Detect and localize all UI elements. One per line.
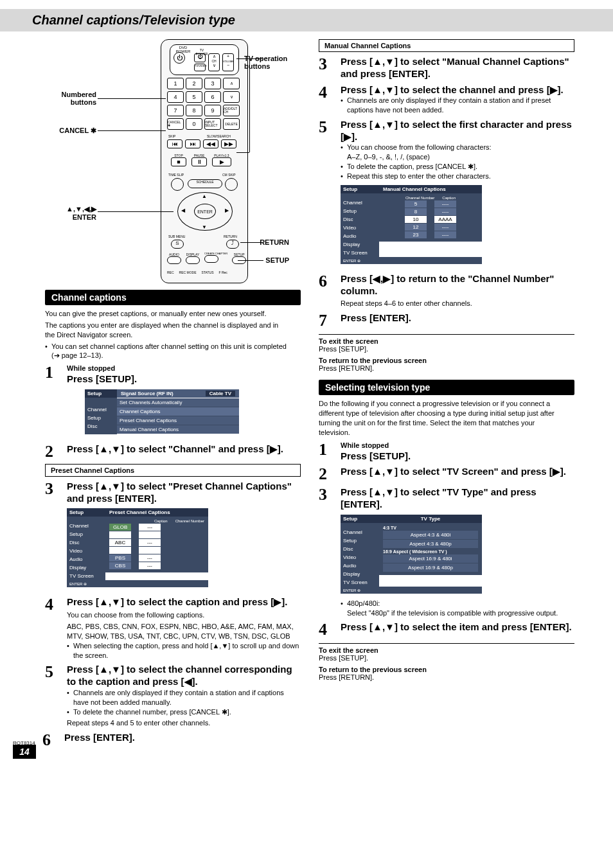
step-number: 3 (319, 486, 334, 617)
step-number: 6 (42, 732, 58, 748)
section-tv-type: Selecting television type (319, 380, 574, 395)
remote-illustration: DVD POWER ⏻ TV POWER ⏻ ∧CH∨ +VOLUME− TV/… (45, 39, 289, 283)
page-number: 14 (13, 745, 36, 759)
osd-preset-captions: Setup Channel Setup Disc Video Audio Dis… (67, 508, 208, 587)
step-number: 1 (319, 441, 334, 463)
step-number: 7 (319, 312, 334, 329)
callout-enter: ▲,▼,◀,▶ ENTER (45, 205, 96, 221)
step-number: 2 (45, 443, 60, 460)
intro-text-2: The captions you enter are displayed whe… (45, 321, 289, 340)
step-number: 3 (45, 481, 60, 593)
page-title: Channel captions/Television type (32, 13, 595, 28)
intro-bullet: •You can set channel captions after chan… (45, 342, 289, 361)
step-number: 4 (319, 621, 334, 638)
step-number: 5 (319, 119, 334, 269)
callout-numbered: Numbered buttons (45, 91, 96, 106)
callout-setup: SETUP (265, 256, 289, 264)
osd-setup-menu: Setup Channel Setup Disc Signal Source (… (85, 389, 239, 434)
box-manual-captions: Manual Channel Captions (319, 39, 574, 52)
box-preset-captions: Preset Channel Captions (45, 464, 301, 477)
callout-tv-op: TV operation buttons (244, 55, 289, 70)
step-number: 1 (45, 364, 60, 439)
callout-cancel: CANCEL ✱ (45, 127, 96, 135)
osd-tv-type: Setup Channel Setup Disc Video Audio Dis… (341, 515, 482, 594)
osd-manual-captions: Setup Channel Setup Disc Video Audio Dis… (341, 185, 482, 264)
callout-return: RETURN (260, 238, 289, 246)
step-number: 4 (319, 84, 334, 115)
step-number: 6 (319, 273, 334, 308)
intro-text: You can give the preset captions, or man… (45, 309, 289, 319)
step-number: 2 (319, 466, 334, 483)
section-channel-captions: Channel captions (45, 290, 301, 305)
step-number: 5 (45, 664, 60, 728)
step-number: 4 (45, 596, 60, 660)
step-number: 3 (319, 56, 334, 80)
